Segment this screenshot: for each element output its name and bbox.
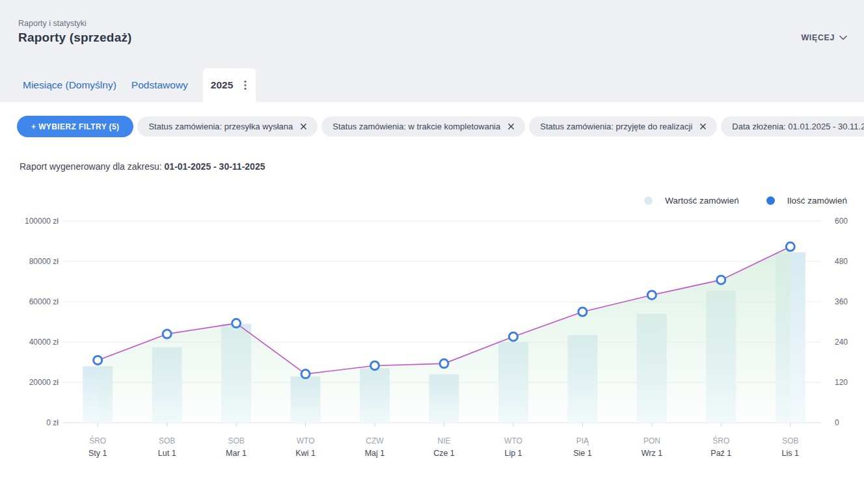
right-axis-label: 120 [835, 378, 848, 387]
left-axis-label: 20000 zł [29, 378, 59, 387]
x-axis-date-label: Lip 1 [504, 449, 522, 458]
tabs: Miesiące (Domyślny) Podstawowy 2025 [0, 68, 256, 102]
more-button[interactable]: WIĘCEJ [801, 33, 847, 42]
wybierz-filtry-button[interactable]: + WYBIERZ FILTRY (5) [17, 116, 133, 137]
left-axis-label: 80000 zł [29, 257, 59, 266]
x-axis-date-label: Maj 1 [365, 449, 385, 458]
chart-point[interactable] [440, 360, 448, 368]
x-axis-date-label: Lut 1 [158, 449, 176, 458]
x-axis-day-label: ŚRO [712, 436, 729, 445]
tab-podstawowy[interactable]: Podstawowy [131, 68, 188, 102]
legend-label: Wartość zamówień [665, 196, 739, 206]
x-axis-day-label: CZW [366, 436, 384, 445]
right-axis-label: 0 [835, 418, 839, 427]
sales-chart: 100000 zł60080000 zł48060000 zł36040000 … [0, 215, 864, 475]
x-axis-date-label: Sty 1 [88, 449, 107, 458]
filter-chip-status-wyslana[interactable]: Status zamówienia: przesyłka wysłana [137, 116, 317, 137]
filter-chip-label: Data złożenia: 01.01.2025 - 30.11.2025 [732, 122, 864, 131]
tab-2025[interactable]: 2025 [203, 68, 256, 102]
x-axis-date-label: Cze 1 [433, 449, 455, 458]
sales-chart-svg: 100000 zł60080000 zł48060000 zł36040000 … [0, 215, 864, 475]
x-axis-day-label: PIĄ [576, 436, 589, 445]
x-axis-day-label: ŚRO [89, 436, 106, 445]
filter-row: + WYBIERZ FILTRY (5) Status zamówienia: … [17, 116, 864, 137]
legend-item-wartosc-zamowien[interactable]: Wartość zamówień [644, 196, 739, 206]
filter-chip-status-przyjete[interactable]: Status zamówienia: przyjęte do realizacj… [529, 116, 717, 137]
x-axis-date-label: Wrz 1 [641, 449, 662, 458]
legend-item-ilosc-zamowien[interactable]: Ilość zamówień [766, 196, 847, 206]
x-axis-date-label: Paź 1 [710, 449, 731, 458]
tab-label: Miesiące (Domyślny) [23, 79, 116, 91]
header: Raporty i statystyki Raporty (sprzedaż) … [0, 0, 864, 102]
x-axis-day-label: PON [643, 436, 660, 445]
left-axis-label: 40000 zł [29, 338, 59, 347]
close-icon[interactable] [299, 122, 308, 131]
tab-label: 2025 [211, 79, 233, 91]
more-button-label: WIĘCEJ [801, 33, 835, 42]
x-axis-day-label: NIE [437, 436, 450, 445]
chart-point[interactable] [232, 319, 241, 328]
breadcrumb: Raporty i statystyki [18, 19, 87, 28]
chart-point[interactable] [301, 370, 310, 378]
left-axis-label: 60000 zł [29, 297, 59, 306]
chart-point[interactable] [578, 308, 587, 316]
tab-menu-dots-icon[interactable] [243, 77, 248, 93]
tab-label: Podstawowy [131, 79, 188, 91]
x-axis-date-label: Sie 1 [573, 449, 592, 458]
x-axis-day-label: SOB [159, 436, 175, 445]
x-axis-date-label: Mar 1 [226, 449, 247, 458]
chart-point[interactable] [371, 362, 379, 370]
report-range-label: Raport wygenerowany dla zakresu: [20, 161, 162, 172]
report-range-text: Raport wygenerowany dla zakresu: 01-01-2… [20, 161, 265, 172]
reports-page: Raporty i statystyki Raporty (sprzedaż) … [0, 0, 864, 504]
right-axis-label: 360 [835, 297, 848, 306]
chevron-down-icon [839, 35, 847, 40]
tab-miesiace-domyslny[interactable]: Miesiące (Domyślny) [23, 68, 116, 102]
chart-point[interactable] [94, 356, 102, 364]
legend-dot-value [644, 196, 653, 205]
right-axis-label: 240 [835, 338, 848, 347]
filter-chip-label: Status zamówienia: przyjęte do realizacj… [540, 122, 692, 131]
x-axis-date-label: Lis 1 [782, 449, 799, 458]
page-title: Raporty (sprzedaż) [18, 31, 132, 45]
right-axis-label: 480 [835, 257, 848, 266]
chart-point[interactable] [163, 330, 171, 338]
right-axis-label: 600 [835, 217, 848, 226]
chart-legend: Wartość zamówień Ilość zamówień [644, 196, 847, 206]
close-icon[interactable] [506, 122, 516, 131]
filter-chip-label: Status zamówienia: przesyłka wysłana [148, 122, 293, 131]
chart-point[interactable] [509, 332, 518, 341]
legend-label: Ilość zamówień [787, 196, 847, 206]
left-axis-label: 0 zł [46, 418, 59, 427]
report-range-value: 01-01-2025 - 30-11-2025 [165, 161, 265, 172]
legend-dot-count [766, 196, 775, 205]
x-axis-day-label: SOB [228, 436, 244, 445]
chart-point[interactable] [786, 243, 794, 251]
filter-chip-status-kompletowanie[interactable]: Status zamówienia: w trakcie kompletowan… [321, 116, 525, 137]
chart-area [98, 246, 790, 423]
filter-chip-label: Status zamówienia: w trakcie kompletowan… [332, 122, 500, 131]
left-axis-label: 100000 zł [25, 217, 59, 226]
x-axis-day-label: SOB [782, 436, 798, 445]
x-axis-date-label: Kwi 1 [295, 449, 316, 458]
chart-point[interactable] [717, 276, 725, 284]
x-axis-day-label: WTO [297, 436, 315, 445]
close-icon[interactable] [698, 122, 708, 131]
x-axis-day-label: WTO [504, 436, 522, 445]
filter-chip-data-zlozenia[interactable]: Data złożenia: 01.01.2025 - 30.11.2025 [721, 116, 864, 137]
chart-point[interactable] [647, 291, 656, 299]
